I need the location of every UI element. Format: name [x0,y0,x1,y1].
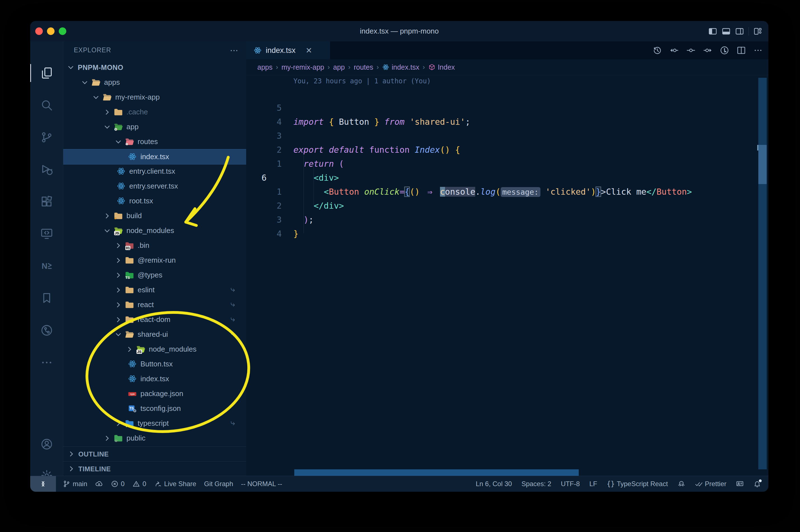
tree-item-react-dom[interactable]: react-dom ⤷ [63,312,246,327]
status-notifications[interactable] [753,480,761,488]
tree-item-@types[interactable]: TS @types [63,268,246,283]
tree-item-.cache[interactable]: .cache [63,104,246,119]
breadcrumb-item-routes[interactable]: routes [354,63,373,71]
status-sync[interactable] [95,480,103,488]
tree-item-routes[interactable]: ⚛ routes [63,134,246,149]
status-git-graph[interactable]: Git Graph [204,480,233,488]
code-line-2[interactable]: 2 return ( [246,129,757,143]
tree-item-shared-ui[interactable]: shared-ui ⤷ [63,327,246,342]
tab-index-tsx[interactable]: index.tsx ✕ [246,41,330,59]
error-icon [111,480,119,488]
layout-customize-icon[interactable] [753,27,762,36]
tree-item-index.tsx[interactable]: index.tsx [63,372,246,386]
outline-section-header[interactable]: OUTLINE [63,446,246,461]
breadcrumb-separator: › [348,63,350,71]
split-editor-icon[interactable] [737,45,746,55]
tree-item-Button.tsx[interactable]: Button.tsx [63,357,246,372]
explorer-more-actions-icon[interactable]: ⋯ [230,45,239,55]
gitlens-graph-icon[interactable] [720,45,729,55]
breadcrumb-item-my-remix-app[interactable]: my-remix-app [281,63,324,71]
vertical-scrollbar[interactable] [758,78,767,469]
tree-item-node_modules[interactable]: JS node_modules [63,223,246,238]
close-tab-icon[interactable]: ✕ [306,46,312,55]
tree-item-eslint[interactable]: eslint ⤷ [63,283,246,297]
tree-item-package.json[interactable]: npm package.json [63,386,246,401]
tree-item-@remix-run[interactable]: @remix-run [63,253,246,268]
remote-indicator[interactable] [30,476,56,492]
tree-item-apps[interactable]: apps [63,75,246,90]
activity-item-gitlens[interactable] [30,316,63,344]
folder-ts-icon: TS [125,419,134,428]
prev-change-icon[interactable] [669,45,679,55]
layout-sidebar-right-icon[interactable] [735,27,744,36]
status-formatter[interactable]: Prettier [695,480,726,488]
activity-item-run-debug[interactable] [30,155,63,184]
activity-item-accounts[interactable] [30,430,63,458]
activity-item-extensions[interactable] [30,188,63,216]
breadcrumb-separator: › [327,63,330,71]
tree-item-label: eslint [138,286,155,294]
activity-item-additional-views[interactable] [30,348,63,377]
timeline-section-header[interactable]: TIMELINE [63,461,246,476]
more-actions-icon[interactable] [753,45,763,55]
breadcrumb-item-index.tsx[interactable]: index.tsx [382,63,419,71]
breadcrumb-item-Index[interactable]: Index [428,63,455,71]
code-line-4[interactable]: 4 [246,213,757,227]
activity-item-search[interactable] [30,91,63,119]
next-change-icon[interactable] [703,45,712,55]
current-change-icon[interactable] [686,45,696,55]
tree-item-root.tsx[interactable]: root.tsx [63,193,246,208]
horizontal-scrollbar-thumb[interactable] [294,469,579,476]
code-line-3[interactable]: 3 } [246,199,757,213]
code-line-6[interactable]: 6 <Button onClick={() ⇒ console.log(mess… [246,157,757,171]
status-errors[interactable]: 0 [111,480,125,488]
status-encoding[interactable]: UTF-8 [561,480,580,488]
status-cursor-position[interactable]: Ln 6, Col 30 [476,480,512,488]
code-line-2[interactable]: 2 ); [246,185,757,199]
layout-panel-bottom-icon[interactable] [722,27,731,36]
timeline-label: TIMELINE [78,465,111,473]
status-copilot[interactable] [678,480,685,488]
tree-item-entry.client.tsx[interactable]: entry.client.tsx [63,164,246,179]
code-line-4[interactable]: 4 [246,101,757,115]
git-blame-codelens[interactable]: You, 23 hours ago | 1 author (You) [293,77,431,87]
status-indentation[interactable]: Spaces: 2 [521,480,551,488]
status-warnings[interactable]: 0 [132,480,146,488]
code-line-1[interactable]: 1 </div> [246,171,757,185]
tree-item-typescript[interactable]: TS typescript ⤷ [63,416,246,431]
tree-item-react[interactable]: react ⤷ [63,297,246,312]
tree-item-.bin[interactable]: 01 .bin [63,238,246,253]
code-line-3[interactable]: 3 export default function Index() { [246,115,757,129]
status-language-mode[interactable]: {} TypeScript React [607,480,668,488]
activity-item-nx-console[interactable]: N [30,252,63,280]
tree-item-build[interactable]: ● build [63,208,246,223]
tree-item-my-remix-app[interactable]: my-remix-app [63,90,246,104]
file-tsconfig-icon: TS✱ [128,404,137,413]
tree-item-index.tsx[interactable]: index.tsx [63,149,246,165]
activity-item-source-control[interactable] [30,124,63,151]
status-feedback[interactable] [736,480,744,488]
tree-item-entry.server.tsx[interactable]: entry.server.tsx [63,179,246,193]
file-history-icon[interactable] [653,45,662,55]
status-live-share[interactable]: Live Share [154,480,196,488]
code-line-1[interactable]: 1 <div> [246,143,757,157]
breadcrumb-item-app[interactable]: app [333,63,345,71]
tree-item-node_modules[interactable]: JS node_modules [63,342,246,357]
svg-text:✱: ✱ [134,410,136,412]
vertical-scrollbar-thumb[interactable] [758,145,767,184]
tree-item-tsconfig.json[interactable]: TS✱ tsconfig.json [63,401,246,416]
code-line-5[interactable]: 5 import { Button } from 'shared-ui'; [246,87,757,101]
activity-item-bookmarks[interactable] [30,284,63,312]
tree-item-public[interactable]: ☺ public [63,431,246,445]
activity-item-remote-explorer[interactable] [30,220,63,248]
tree-item-app[interactable]: ⚙ app [63,119,246,134]
workspace-root-item[interactable]: PNPM-MONO [63,60,246,75]
status-git-branch[interactable]: main [63,480,87,488]
activity-item-explorer[interactable] [30,59,63,87]
breadcrumb-separator: › [423,63,425,71]
layout-sidebar-left-icon[interactable] [708,27,717,36]
code-area[interactable]: 5 import { Button } from 'shared-ui'; 4 … [246,87,757,476]
status-eol[interactable]: LF [589,480,597,488]
breadcrumb-item-apps[interactable]: apps [258,63,272,71]
status-vim-mode[interactable]: -- NORMAL -- [241,480,282,488]
